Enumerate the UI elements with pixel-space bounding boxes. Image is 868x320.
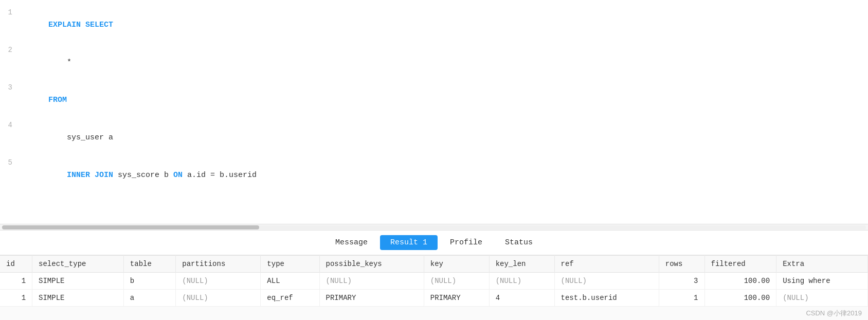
cell-filtered-1: 100.00 [704, 273, 776, 290]
keyword-explain-select: EXPLAIN SELECT [48, 21, 113, 29]
cell-rows-2: 1 [659, 290, 704, 307]
col-partitions: partitions [176, 256, 261, 273]
cell-ref-1: (NULL) [554, 273, 659, 290]
cell-select-type-1: SIMPLE [32, 273, 124, 290]
col-table: table [123, 256, 175, 273]
cell-ref-2: test.b.userid [554, 290, 659, 307]
cell-table-1: b [123, 273, 175, 290]
col-extra: Extra [776, 256, 868, 273]
tab-message[interactable]: Message [325, 235, 378, 250]
code-line-5: 5 INNER JOIN sys_score b ON a.id = b.use… [0, 156, 868, 194]
keyword-from: FROM [48, 96, 67, 104]
line-content-5: INNER JOIN sys_score b ON a.id = b.useri… [21, 157, 868, 194]
code-line-2: 2 * [0, 44, 868, 81]
table-row: 1 SIMPLE b (NULL) ALL (NULL) (NULL) (NUL… [0, 273, 868, 290]
table-row: 1 SIMPLE a (NULL) eq_ref PRIMARY PRIMARY… [0, 290, 868, 307]
cell-partitions-2: (NULL) [176, 290, 261, 307]
cell-table-2: a [123, 290, 175, 307]
col-key-len: key_len [489, 256, 554, 273]
cell-extra-2: (NULL) [776, 290, 868, 307]
line-number-5: 5 [0, 156, 21, 169]
code-condition: a.id = b.userid [183, 171, 257, 180]
code-line-4: 4 sys_user a [0, 119, 868, 156]
line-number-1: 1 [0, 6, 21, 19]
results-table: id select_type table partitions type pos… [0, 255, 868, 307]
tabs-bar: Message Result 1 Profile Status [0, 230, 868, 255]
cell-filtered-2: 100.00 [704, 290, 776, 307]
col-key: key [424, 256, 489, 273]
code-table-a: sys_user a [48, 133, 113, 142]
table-header-row: id select_type table partitions type pos… [0, 256, 868, 273]
line-content-2: * [21, 44, 868, 81]
code-indent-5 [48, 171, 67, 180]
cell-rows-1: 3 [659, 273, 704, 290]
line-content-1: EXPLAIN SELECT [21, 7, 868, 44]
cell-key-2: PRIMARY [424, 290, 489, 307]
cell-possible-keys-2: PRIMARY [319, 290, 424, 307]
cell-partitions-1: (NULL) [176, 273, 261, 290]
line-content-4: sys_user a [21, 119, 868, 156]
cell-type-2: eq_ref [261, 290, 319, 307]
line-content-3: FROM [21, 82, 868, 119]
line-number-2: 2 [0, 44, 21, 56]
watermark: CSDN @小律2019 [0, 307, 868, 320]
col-rows: rows [659, 256, 704, 273]
tab-result1[interactable]: Result 1 [380, 235, 438, 250]
col-ref: ref [554, 256, 659, 273]
scrollbar-track[interactable] [2, 225, 866, 229]
col-type: type [261, 256, 319, 273]
scrollbar-thumb[interactable] [2, 225, 259, 229]
tab-profile[interactable]: Profile [440, 235, 493, 250]
code-editor[interactable]: 1 EXPLAIN SELECT 2 * 3 FROM 4 sys_user a… [0, 0, 868, 224]
tab-status[interactable]: Status [495, 235, 543, 250]
cell-key-1: (NULL) [424, 273, 489, 290]
code-line-1: 1 EXPLAIN SELECT [0, 6, 868, 44]
cell-id-2: 1 [0, 290, 32, 307]
cell-key-len-2: 4 [489, 290, 554, 307]
line-number-3: 3 [0, 81, 21, 94]
results-area: id select_type table partitions type pos… [0, 255, 868, 320]
col-possible-keys: possible_keys [319, 256, 424, 273]
col-id: id [0, 256, 32, 273]
keyword-on: ON [173, 171, 183, 180]
cell-extra-1: Using where [776, 273, 868, 290]
cell-type-1: ALL [261, 273, 319, 290]
cell-id-1: 1 [0, 273, 32, 290]
cell-select-type-2: SIMPLE [32, 290, 124, 307]
keyword-inner-join: INNER JOIN [67, 171, 113, 180]
cell-key-len-1: (NULL) [489, 273, 554, 290]
line-number-4: 4 [0, 119, 21, 131]
code-star: * [48, 58, 71, 67]
code-table-b: sys_score b [113, 171, 173, 180]
col-select-type: select_type [32, 256, 124, 273]
cell-possible-keys-1: (NULL) [319, 273, 424, 290]
col-filtered: filtered [704, 256, 776, 273]
horizontal-scrollbar[interactable] [0, 224, 868, 230]
code-line-3: 3 FROM [0, 81, 868, 119]
